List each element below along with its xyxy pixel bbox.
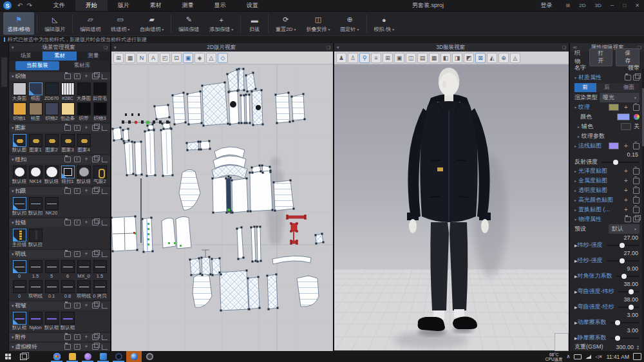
- battery-icon[interactable]: [574, 354, 582, 359]
- text-tool-icon[interactable]: A: [148, 53, 158, 63]
- import-icon[interactable]: [74, 344, 80, 350]
- collapse-icon[interactable]: ▾: [12, 74, 14, 79]
- import-icon[interactable]: [74, 303, 80, 309]
- ribbon-button-simulate[interactable]: ●模拟-快▾: [370, 12, 399, 35]
- strain-map-icon[interactable]: ⊠: [475, 53, 486, 63]
- collapse-icon[interactable]: ▾: [12, 157, 14, 162]
- collapse-icon[interactable]: ▾: [12, 252, 14, 257]
- material-item[interactable]: 大身面: [12, 82, 27, 102]
- maximize-icon[interactable]: □: [618, 0, 630, 11]
- import-icon[interactable]: [74, 251, 80, 257]
- material-item[interactable]: ZD670: [44, 82, 59, 102]
- taskbar-app-active[interactable]: [126, 351, 142, 362]
- stitch-thumbnail[interactable]: [93, 260, 107, 273]
- material-item[interactable]: 1.5: [28, 260, 43, 280]
- material-item[interactable]: 领面: [28, 82, 43, 102]
- collapse-icon[interactable]: ▾: [12, 335, 14, 340]
- mesh-view-icon[interactable]: ◨: [452, 53, 462, 63]
- copy-icon[interactable]: [92, 157, 99, 162]
- menu-item-素材[interactable]: 素材: [140, 0, 172, 11]
- box-select-icon[interactable]: ⊞: [113, 53, 124, 63]
- pressure-map-icon[interactable]: ◭: [487, 53, 497, 63]
- chevron-down-icon[interactable]: ▾: [392, 27, 394, 32]
- color-thumbnail[interactable]: [29, 82, 43, 95]
- copy-icon[interactable]: [92, 251, 99, 257]
- copy-icon[interactable]: [92, 334, 99, 340]
- add-icon[interactable]: +: [623, 207, 629, 213]
- buttonhole-thumbnail[interactable]: [29, 197, 43, 210]
- material-item[interactable]: 气眼2: [92, 166, 108, 185]
- section-header-虚拟模特[interactable]: ▾虚拟模特+: [9, 343, 110, 351]
- add-icon[interactable]: +: [623, 188, 629, 193]
- expand-icon[interactable]: ▸: [578, 124, 580, 129]
- slider-track[interactable]: [618, 291, 639, 292]
- menu-item-开始[interactable]: 开始: [75, 0, 108, 11]
- taskbar-app-gear[interactable]: [142, 351, 157, 362]
- folder-icon[interactable]: [64, 334, 71, 340]
- task-view-button[interactable]: [15, 351, 31, 362]
- select-mesh-icon[interactable]: ⊕: [498, 53, 509, 63]
- collapse-icon[interactable]: ▾: [12, 45, 14, 50]
- sidebar-subtab-素材库[interactable]: 素材库: [61, 61, 104, 70]
- close-icon[interactable]: ✕: [630, 0, 644, 11]
- collapse-icon[interactable]: ▾: [574, 217, 576, 222]
- sidebar-tab-测量[interactable]: 测量: [77, 52, 110, 61]
- expand-icon[interactable]: [102, 126, 108, 131]
- clock[interactable]: 11:41 AM: [607, 354, 629, 360]
- material-item[interactable]: 默认纽: [44, 166, 59, 185]
- material-item[interactable]: 5: [44, 260, 59, 280]
- ribbon-button-edit-baste[interactable]: ✎编辑假缝: [174, 12, 204, 35]
- section-header-拉链[interactable]: ▾拉链+: [9, 218, 110, 227]
- delete-icon[interactable]: [633, 197, 639, 204]
- crest-thumbnail[interactable]: [45, 134, 59, 147]
- material-item[interactable]: 图案1: [28, 134, 43, 153]
- render-type-dropdown[interactable]: 哑光 ▾: [600, 93, 639, 102]
- expand-icon[interactable]: ▸: [574, 207, 576, 212]
- collapse-icon[interactable]: ▾: [337, 45, 339, 50]
- section-header-纽扣[interactable]: ▾纽扣+: [9, 155, 110, 164]
- button-gray-thumbnail[interactable]: [77, 166, 91, 178]
- button-white-thumbnail[interactable]: [29, 166, 43, 178]
- sidebar-tab-场景[interactable]: 场景: [9, 52, 43, 61]
- show-avatar-icon[interactable]: ♟: [336, 53, 346, 63]
- import-icon[interactable]: [74, 334, 80, 340]
- stitch-thumbnail[interactable]: [45, 280, 59, 293]
- float-panel-icon[interactable]: ❏: [327, 45, 330, 50]
- stepper-icons[interactable]: ▲▼: [636, 345, 639, 350]
- chevron-down-icon[interactable]: ▾: [328, 27, 330, 32]
- color-thumbnail[interactable]: [61, 102, 75, 115]
- folder-icon[interactable]: [64, 157, 71, 162]
- material-item[interactable]: 袖里: [28, 102, 43, 122]
- material-item[interactable]: 双明线: [76, 280, 91, 300]
- lasso-select-icon[interactable]: ◇: [218, 53, 228, 63]
- folder-icon[interactable]: [625, 75, 631, 81]
- garment-canvas-3d[interactable]: [334, 64, 569, 351]
- ribbon-button-select-move[interactable]: ⚑选择/移动: [3, 12, 34, 35]
- app-logo-icon[interactable]: S: [3, 1, 12, 10]
- pin-tool-icon[interactable]: ◬: [510, 53, 520, 63]
- fit-map-icon[interactable]: ◩: [464, 53, 474, 63]
- collapse-icon[interactable]: ▾: [12, 189, 14, 194]
- ribbon-button-fold-arrange[interactable]: ◫折叠安排▾: [302, 12, 335, 35]
- collapse-icon[interactable]: ▾: [114, 45, 117, 50]
- save-physical-icon[interactable]: [633, 216, 639, 222]
- stitch-thumbnail[interactable]: [45, 260, 59, 273]
- slider-track[interactable]: [616, 276, 639, 277]
- avatar-arrange-icon[interactable]: ♙: [348, 53, 358, 63]
- eyelet-thumbnail[interactable]: [93, 166, 107, 178]
- map-label[interactable]: 高光颜色贴图: [578, 196, 613, 204]
- reflect-slider[interactable]: [601, 162, 639, 163]
- face-tab-前[interactable]: 前: [574, 83, 596, 92]
- material-item[interactable]: 图案4: [76, 134, 91, 153]
- add-icon[interactable]: +: [623, 169, 629, 174]
- expand-icon[interactable]: [102, 345, 108, 350]
- show-garment-icon[interactable]: ▣: [183, 53, 193, 63]
- section-header-图案[interactable]: ▾图案+: [9, 124, 110, 132]
- slider-track[interactable]: [611, 338, 639, 339]
- copy-icon[interactable]: [92, 188, 99, 194]
- color-swatch[interactable]: [617, 113, 630, 120]
- texture-params-label[interactable]: 纹理参数: [582, 132, 605, 140]
- map-label[interactable]: 置换贴图 (...: [578, 205, 610, 214]
- ribbon-button-edit-pattern[interactable]: ◺编辑版片: [40, 12, 70, 35]
- collapse-icon[interactable]: ▾: [12, 126, 14, 131]
